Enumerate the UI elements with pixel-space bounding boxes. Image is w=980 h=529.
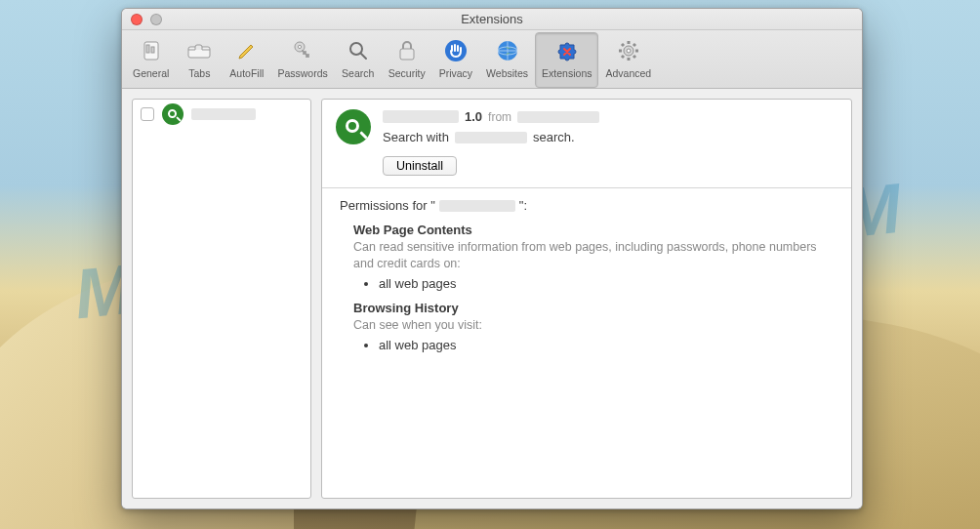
preferences-toolbar: General Tabs AutoFill Passwords	[122, 30, 862, 89]
tab-label: Passwords	[277, 67, 327, 79]
tab-websites[interactable]: Websites	[479, 32, 535, 88]
tab-label: General	[133, 67, 169, 79]
tab-label: Security	[388, 67, 426, 79]
permission-item: all web pages	[379, 338, 834, 352]
search-ext-icon	[336, 109, 371, 144]
tab-label: Advanced	[605, 67, 651, 79]
uninstall-button[interactable]: Uninstall	[383, 156, 457, 176]
slider-icon	[137, 36, 166, 65]
gear-icon	[614, 36, 643, 65]
tab-label: Privacy	[439, 67, 472, 79]
svg-point-6	[350, 43, 362, 55]
extension-desc-line: Search with search.	[383, 130, 837, 144]
svg-rect-2	[151, 47, 154, 53]
tab-extensions[interactable]: Extensions	[535, 32, 598, 88]
puzzle-icon	[552, 36, 582, 65]
permission-web-page-contents: Web Page Contents Can read sensitive inf…	[353, 223, 834, 291]
preferences-window: Extensions General Tabs AutoFill	[121, 8, 863, 509]
extension-name-redacted	[191, 108, 256, 120]
svg-rect-1	[146, 45, 149, 53]
permission-heading: Web Page Contents	[353, 223, 834, 237]
content-area: 1.0 from Search with search. Uninstall	[122, 89, 862, 509]
permissions-title-prefix: Permissions for "	[340, 198, 435, 213]
permissions-name-redacted	[439, 200, 515, 212]
key-icon	[288, 36, 317, 65]
tabs-icon	[184, 36, 214, 65]
permission-desc: Can see when you visit:	[353, 317, 834, 334]
extension-title-line: 1.0 from	[383, 109, 837, 124]
svg-rect-7	[400, 49, 414, 60]
tab-label: Search	[342, 67, 374, 79]
svg-point-5	[298, 45, 301, 48]
permissions-section: Permissions for " ": Web Page Contents C…	[322, 188, 851, 372]
tab-advanced[interactable]: Advanced	[598, 32, 658, 88]
publisher-redacted	[517, 111, 599, 123]
desc-suffix: search.	[533, 130, 575, 144]
globe-icon	[493, 36, 522, 65]
tab-label: AutoFill	[229, 67, 264, 79]
tab-label: Extensions	[542, 67, 592, 79]
svg-point-12	[627, 49, 631, 53]
tab-privacy[interactable]: Privacy	[432, 32, 479, 88]
tab-passwords[interactable]: Passwords	[270, 32, 334, 88]
permission-item: all web pages	[379, 276, 834, 291]
permissions-title: Permissions for " ":	[340, 198, 834, 213]
hand-icon	[441, 36, 470, 65]
tab-label: Tabs	[188, 67, 210, 79]
titlebar: Extensions	[122, 9, 862, 30]
tab-tabs[interactable]: Tabs	[176, 32, 223, 88]
from-label: from	[488, 110, 511, 124]
extension-row[interactable]	[133, 100, 310, 129]
search-ext-icon	[162, 103, 184, 125]
tab-autofill[interactable]: AutoFill	[223, 32, 270, 88]
permissions-title-suffix: ":	[519, 198, 527, 213]
extensions-sidebar	[132, 99, 311, 499]
enable-checkbox[interactable]	[141, 107, 154, 121]
permission-heading: Browsing History	[353, 301, 834, 315]
extension-detail: 1.0 from Search with search. Uninstall	[321, 99, 852, 499]
extension-version: 1.0	[465, 109, 482, 124]
tab-security[interactable]: Security	[382, 32, 432, 88]
tab-search[interactable]: Search	[335, 32, 382, 88]
magnifier-icon	[344, 36, 373, 65]
tab-general[interactable]: General	[126, 32, 176, 88]
pencil-icon	[232, 36, 262, 65]
permission-desc: Can read sensitive information from web …	[353, 239, 834, 272]
tab-label: Websites	[486, 67, 528, 79]
permission-browsing-history: Browsing History Can see when you visit:…	[353, 301, 834, 352]
window-title: Extensions	[122, 12, 862, 26]
desc-prefix: Search with	[383, 130, 449, 144]
lock-icon	[392, 36, 422, 65]
extension-name-redacted	[383, 110, 459, 123]
desc-mid-redacted	[455, 132, 527, 143]
